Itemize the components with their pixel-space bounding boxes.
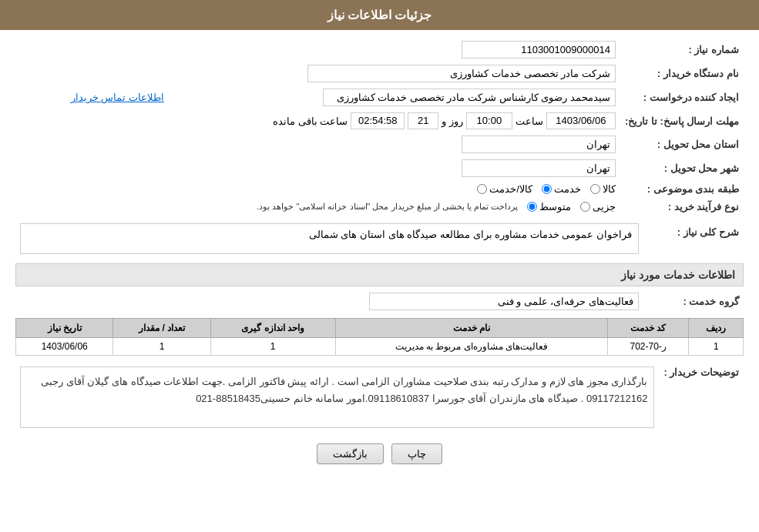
page-title: جزئیات اطلاعات نیاز [327,8,432,22]
service-table-head: ردیف کد خدمت نام خدمت واحد اندازه گیری ت… [16,319,744,338]
gorooh-row: گروه خدمت : فعالیت‌های حرفه‌ای، علمی و ف… [15,289,744,313]
ostan-label: استان محل تحویل : [620,132,744,156]
tabaqe-row: طبقه بندی موضوعی : کالا خدمت کالا/خدمت [15,180,744,198]
col-tarikh: تاریخ نیاز [16,319,113,338]
shahr-label: شهر محل تحویل : [620,156,744,180]
farayand-row: نوع فرآیند خرید : جزیی متوسط پرداخت تمام… [15,198,744,216]
radio-khedmat-label: خدمت [554,183,581,195]
button-bar: چاپ بازگشت [15,443,744,464]
mohlat-label: مهلت ارسال پاسخ: تا تاریخ: [620,109,744,132]
mohlat-row: مهلت ارسال پاسخ: تا تاریخ: 1403/06/06 سا… [15,109,744,132]
radio-jozi-input[interactable] [580,202,590,212]
gorooh-table: گروه خدمت : فعالیت‌های حرفه‌ای، علمی و ف… [15,289,744,313]
saat-label: ساعت [516,115,543,127]
etelaat-tamas-link[interactable]: اطلاعات تماس خریدار [71,92,164,103]
farayand-label: نوع فرآیند خرید : [620,198,744,216]
tosihaat-label: توضیحات خریدار : [659,360,744,434]
tosihaat-value: بارگذاری مجوز های لازم و مدارک رتبه بندی… [20,366,654,428]
radio-khedmat-input[interactable] [542,184,552,194]
service-table: ردیف کد خدمت نام خدمت واحد اندازه گیری ت… [15,318,744,356]
page-container: جزئیات اطلاعات نیاز شماره نیاز : 1103001… [0,0,759,532]
tosihaat-row: توضیحات خریدار : بارگذاری مجوز های لازم … [15,360,744,434]
radio-kala-label: کالا [603,183,616,195]
ostan-value: تهران [462,136,616,153]
col-vahed: واحد اندازه گیری [210,319,335,338]
gorooh-label: گروه خدمت : [643,289,744,313]
dastgah-row: نام دستگاه خریدار : شرکت مادر تخصصی خدما… [15,62,744,85]
remaining-value: 02:54:58 [351,112,405,129]
radio-kala-input[interactable] [590,184,600,194]
khadamat-section-header: اطلاعات خدمات مورد نیاز [15,263,744,286]
dastgah-value: شرکت مادر تخصصی خدمات کشاورزی [307,65,616,82]
page-header: جزئیات اطلاعات نیاز [0,0,759,30]
tosihaat-table: توضیحات خریدار : بارگذاری مجوز های لازم … [15,360,744,434]
service-table-header-row: ردیف کد خدمت نام خدمت واحد اندازه گیری ت… [16,319,744,338]
col-kod: کد خدمت [607,319,689,338]
radio-khedmat: خدمت [542,183,581,195]
ostan-row: استان محل تحویل : تهران [15,132,744,156]
col-name: نام خدمت [335,319,607,338]
rooz-value: 21 [408,112,438,129]
ijad-row: ایجاد کننده درخواست : سیدمحمد رضوی کارشن… [15,85,744,109]
date-value: 1403/06/06 [546,112,616,129]
radio-jozi-label: جزیی [593,201,616,212]
service-table-body: 1ر-70-702فعالیت‌های مشاوره‌ای مربوط به م… [16,338,744,356]
col-tedad: تعداد / مقدار [113,319,210,338]
shahr-row: شهر محل تحویل : تهران [15,156,744,180]
saat-value: 10:00 [466,112,512,129]
farayand-radio-group: جزیی متوسط پرداخت تمام یا بخشی از مبلغ خ… [20,201,616,212]
info-table: شماره نیاز : 1103001009000014 نام دستگاه… [15,38,744,216]
remaining-label: ساعت باقی مانده [273,115,348,127]
sharh-value: فراخوان عمومی خدمات مشاوره برای مطالعه ص… [20,223,639,254]
shomare-value: 1103001009000014 [462,41,616,59]
gorooh-value: فعالیت‌های حرفه‌ای، علمی و فنی [369,293,639,310]
farayand-note: پرداخت تمام یا بخشی از مبلغ خریدار محل "… [257,202,518,212]
main-content: شماره نیاز : 1103001009000014 نام دستگاه… [0,30,759,481]
radio-jozi: جزیی [580,201,616,212]
radio-motavaset-label: متوسط [539,201,571,212]
tabaqe-label: طبقه بندی موضوعی : [620,180,744,198]
tabaqe-radio-group: کالا خدمت کالا/خدمت [20,183,616,195]
radio-kala: کالا [590,183,616,195]
print-button[interactable]: چاپ [391,443,442,464]
sharh-row: شرح کلی نیاز : فراخوان عمومی خدمات مشاور… [15,220,744,257]
dastgah-label: نام دستگاه خریدار : [620,62,744,85]
sharh-label: شرح کلی نیاز : [643,220,744,257]
radio-kala-khedmat-label: کالا/خدمت [489,183,532,195]
shahr-value: تهران [462,159,616,177]
radio-motavaset: متوسط [527,201,571,212]
shomare-row: شماره نیاز : 1103001009000014 [15,38,744,62]
back-button[interactable]: بازگشت [317,443,384,464]
date-row: 1403/06/06 ساعت 10:00 روز و 21 02:54:58 … [20,112,616,129]
ijad-value: سیدمحمد رضوی کارشناس شرکت مادر تخصصی خدم… [323,89,616,106]
col-radif: ردیف [689,319,744,338]
radio-kala-khedmat: کالا/خدمت [477,183,532,195]
sharh-table: شرح کلی نیاز : فراخوان عمومی خدمات مشاور… [15,220,744,257]
shomare-label: شماره نیاز : [620,38,744,62]
ijad-label: ایجاد کننده درخواست : [620,85,744,109]
radio-kala-khedmat-input[interactable] [477,184,487,194]
radio-motavaset-input[interactable] [527,202,537,212]
rooz-label: روز و [442,115,463,127]
table-row: 1ر-70-702فعالیت‌های مشاوره‌ای مربوط به م… [16,338,744,356]
